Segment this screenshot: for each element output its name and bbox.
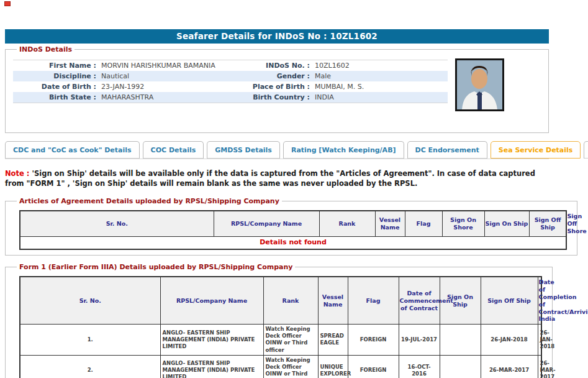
- column-header: RPSL/Company Name: [160, 277, 263, 325]
- agreement-table: Sr. No.RPSL/Company NameRankVessel NameF…: [19, 210, 567, 250]
- cell-rank: Watch Keeping Deck Officer OINW or Third…: [263, 355, 318, 378]
- column-header: Vessel Name: [375, 211, 405, 236]
- cell-sign-off-ship: 26-JAN-2018: [481, 325, 538, 355]
- form1-table-body: 1. ANGLO- EASTERN SHIP MANAGEMENT (INDIA…: [20, 325, 541, 378]
- note-prefix: Note :: [5, 169, 29, 178]
- form1-legend: Form 1 (Earlier Form IIIA) Details uploa…: [17, 263, 295, 271]
- field-label: First Name :: [13, 62, 99, 70]
- field-label: Birth State :: [13, 93, 99, 101]
- cell-completion-date: 26-JAN-2018: [538, 325, 541, 355]
- field-label: Gender :: [233, 72, 312, 80]
- empty-row: Details not found: [20, 236, 566, 249]
- cell-flag: FOREIGN: [348, 325, 399, 355]
- cell-rank: Watch Keeping Deck Officer OINW or Third…: [263, 325, 318, 355]
- form1-header-row: Sr. No.RPSL/Company NameRankVessel NameF…: [20, 277, 541, 325]
- cell-flag: FOREIGN: [348, 355, 399, 378]
- tab[interactable]: Training Details: [584, 141, 588, 159]
- tab[interactable]: Sea Service Details: [491, 141, 581, 159]
- cell-commencement-date: 16-OCT-2016: [399, 355, 440, 378]
- seafarer-photo: [455, 58, 504, 111]
- column-header: Sign Off Ship: [481, 277, 538, 325]
- cell-sr-no: 1.: [20, 325, 160, 355]
- form1-fieldset: Form 1 (Earlier Form IIIA) Details uploa…: [5, 263, 553, 378]
- tab[interactable]: DC Endorsement: [407, 141, 487, 159]
- column-header: Vessel Name: [318, 277, 348, 325]
- field-value: Nautical: [99, 72, 233, 80]
- table-row: 2. ANGLO- EASTERN SHIP MANAGEMENT (INDIA…: [20, 355, 541, 378]
- field-label: INDoS No. :: [233, 62, 312, 70]
- detail-row: Discipline : Nautical Gender : Male: [13, 71, 448, 81]
- details-not-found-message: Details not found: [20, 236, 566, 249]
- cell-sr-no: 2.: [20, 355, 160, 378]
- indos-details-fieldset: INDoS Details First Name : MORVIN HARISH…: [5, 45, 549, 133]
- cell-sign-on-ship: [440, 325, 481, 355]
- field-value: MAHARASHTRA: [99, 93, 233, 101]
- cell-vessel-name: UNIQUE EXPLORER: [318, 355, 348, 378]
- field-value: MUMBAI, M. S.: [312, 83, 448, 91]
- seafarer-details-page: Seafarer Details for INDoS No : 10ZL1602…: [5, 29, 549, 378]
- column-header: Flag: [405, 211, 442, 236]
- column-header: Sign On Ship: [484, 211, 529, 236]
- column-header: RPSL/Company Name: [214, 211, 319, 236]
- table-row: 1. ANGLO- EASTERN SHIP MANAGEMENT (INDIA…: [20, 325, 541, 355]
- column-header: Rank: [319, 211, 375, 236]
- column-header: Sign Off Ship: [529, 211, 566, 236]
- field-label: Birth Country :: [233, 93, 312, 101]
- column-header: Date of Completion of Contract/Arriving …: [538, 277, 541, 325]
- detail-row: Date of Birth : 23-JAN-1992 Place of Bir…: [13, 81, 448, 92]
- note-body: 'Sign on Ship' details will be available…: [5, 169, 535, 188]
- detail-row: Birth State : MAHARASHTRA Birth Country …: [13, 92, 448, 103]
- column-header: Sr. No.: [20, 211, 214, 236]
- column-header: Sr. No.: [20, 277, 160, 325]
- cell-vessel-name: SPREAD EAGLE: [318, 325, 348, 355]
- tab[interactable]: CDC and "CoC as Cook" Details: [5, 141, 140, 159]
- field-value: MORVIN HARISHKUMAR BAMANIA: [99, 62, 233, 70]
- tab-bar: CDC and "CoC as Cook" Details COC Detail…: [5, 141, 549, 159]
- note-text: Note : 'Sign on Ship' details will be av…: [5, 168, 546, 188]
- tab[interactable]: COC Details: [143, 141, 204, 159]
- column-header: Date of Commencement of Contract: [399, 277, 440, 325]
- field-value: Male: [312, 72, 448, 80]
- field-value: 10ZL1602: [312, 62, 448, 70]
- column-header: Flag: [348, 277, 399, 325]
- detail-row: First Name : MORVIN HARISHKUMAR BAMANIA …: [13, 60, 448, 71]
- cell-sign-on-ship: [440, 355, 481, 378]
- cell-sign-off-ship: 26-MAR-2017: [481, 355, 538, 378]
- column-header: Rank: [263, 277, 318, 325]
- agreement-header-row: Sr. No.RPSL/Company NameRankVessel NameF…: [20, 211, 566, 236]
- cell-completion-date: 26-MAR-2017: [538, 355, 541, 378]
- tab[interactable]: Rating [Watch Keeping/AB]: [283, 141, 404, 159]
- page-title: Seafarer Details for INDoS No : 10ZL1602: [5, 29, 549, 44]
- form1-table: Sr. No.RPSL/Company NameRankVessel NameF…: [19, 276, 542, 378]
- indos-details-grid: First Name : MORVIN HARISHKUMAR BAMANIA …: [13, 60, 448, 103]
- field-value: 23-JAN-1992: [99, 83, 233, 91]
- field-value: INDIA: [312, 93, 448, 101]
- column-header: Sign On Shore: [442, 211, 484, 236]
- agreement-legend: Articles of Agreement Details uploaded b…: [17, 197, 282, 205]
- field-label: Date of Birth :: [13, 83, 99, 91]
- field-label: Discipline :: [13, 72, 99, 80]
- field-label: Place of Birth :: [233, 83, 312, 91]
- tab[interactable]: GMDSS Details: [207, 141, 280, 159]
- agreement-fieldset: Articles of Agreement Details uploaded b…: [5, 197, 577, 256]
- broken-image-icon: [4, 1, 11, 6]
- cell-company-name: ANGLO- EASTERN SHIP MANAGEMENT (INDIA) P…: [160, 325, 263, 355]
- cell-commencement-date: 19-JUL-2017: [399, 325, 440, 355]
- cell-company-name: ANGLO- EASTERN SHIP MANAGEMENT (INDIA) P…: [160, 355, 263, 378]
- indos-details-legend: INDoS Details: [17, 45, 75, 53]
